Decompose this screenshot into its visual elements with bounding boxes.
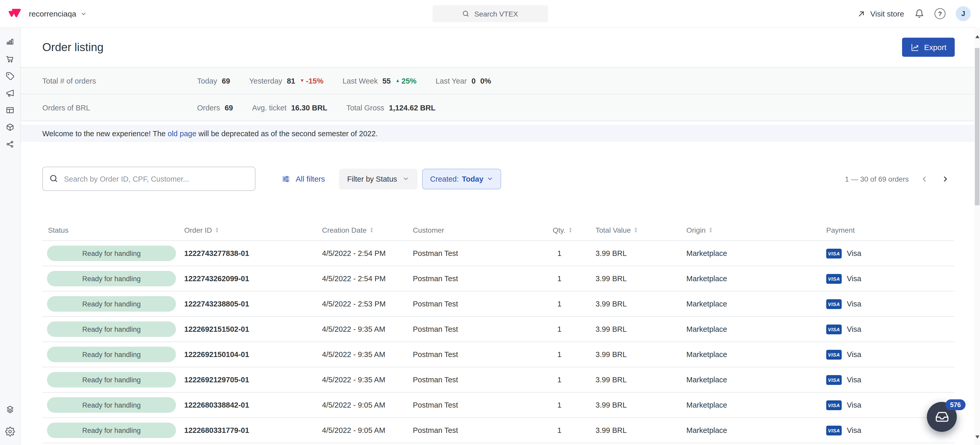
header-payment: Payment xyxy=(826,226,955,234)
sort-icon: ▲▼ xyxy=(215,227,219,233)
origin-cell: Marketplace xyxy=(686,426,826,434)
main-content: Order listing Export Total # of orders T… xyxy=(21,27,974,445)
table-row[interactable]: Ready for handling 1222680338842-01 4/5/… xyxy=(42,393,955,418)
chevron-down-icon xyxy=(403,175,409,182)
scrollbar-down-arrow-icon[interactable] xyxy=(975,435,979,439)
payment-label: Visa xyxy=(847,350,861,359)
created-filter-button[interactable]: Created: Today xyxy=(422,168,501,189)
sidebar-item-promotions[interactable] xyxy=(0,68,21,84)
pagination: 1 — 30 of 69 orders xyxy=(845,170,955,188)
search-icon xyxy=(49,174,58,183)
account-selector[interactable]: recorrenciaqa xyxy=(29,9,86,18)
total-value-cell: 3.99 BRL xyxy=(595,325,686,333)
status-badge: Ready for handling xyxy=(47,347,176,362)
tag-icon xyxy=(5,71,15,81)
banner-text-after: will be deprecated as of the second seme… xyxy=(196,129,378,138)
all-filters-button[interactable]: All filters xyxy=(281,174,325,183)
origin-cell: Marketplace xyxy=(686,376,826,384)
header-customer: Customer xyxy=(413,226,553,234)
stat-item: Last Year00% xyxy=(436,76,491,85)
qty-cell: 1 xyxy=(553,350,595,359)
total-value-cell: 3.99 BRL xyxy=(595,350,686,359)
filters-bar: All filters Filter by Status Created: To… xyxy=(21,167,974,191)
stats-items: Today69Yesterday81▼-15%Last Week55▲25%La… xyxy=(197,76,491,85)
bar-chart-icon xyxy=(5,37,15,47)
sidebar-item-catalog[interactable] xyxy=(0,119,21,136)
prev-page-button[interactable] xyxy=(915,170,934,188)
table-row[interactable]: Ready for handling 1222743277838-01 4/5/… xyxy=(42,241,955,266)
table-row[interactable]: Ready for handling 1222692151502-01 4/5/… xyxy=(42,317,955,342)
sidebar-item-apps[interactable] xyxy=(0,401,21,418)
sort-icon: ▲▼ xyxy=(709,227,713,233)
qty-cell: 1 xyxy=(553,426,595,434)
export-button[interactable]: Export xyxy=(902,38,955,57)
page-title: Order listing xyxy=(42,40,103,54)
table-row[interactable]: Ready for handling 1222692150104-01 4/5/… xyxy=(42,342,955,367)
origin-cell: Marketplace xyxy=(686,275,826,283)
table-row[interactable]: Ready for handling 1222692129705-01 4/5/… xyxy=(42,367,955,393)
order-search-input[interactable] xyxy=(42,167,255,191)
header-origin[interactable]: Origin▲▼ xyxy=(686,226,826,234)
creation-date-cell: 4/5/2022 - 9:35 AM xyxy=(322,350,413,359)
next-page-button[interactable] xyxy=(936,170,955,188)
scrollbar[interactable] xyxy=(974,27,980,445)
customer-cell: Postman Test xyxy=(413,275,553,283)
scrollbar-up-arrow-icon[interactable] xyxy=(975,35,979,38)
created-prefix: Created: xyxy=(430,175,459,183)
sidebar-item-dashboard[interactable] xyxy=(0,33,21,51)
sliders-icon xyxy=(281,174,291,183)
sidebar-item-orders[interactable] xyxy=(0,51,21,68)
sidebar-item-settings[interactable] xyxy=(0,423,21,440)
stat-item: Orders69 xyxy=(197,103,233,112)
qty-cell: 1 xyxy=(553,275,595,283)
account-name: recorrenciaqa xyxy=(29,9,76,18)
sort-icon: ▲▼ xyxy=(370,227,374,233)
header-creation-date[interactable]: Creation Date▲▼ xyxy=(322,226,413,234)
external-link-icon xyxy=(858,10,866,18)
help-icon[interactable]: ? xyxy=(935,8,945,19)
stats-row-orders-brl: Orders of BRL Orders69Avg. ticket16.30 B… xyxy=(21,94,974,121)
sidebar-item-integrations[interactable] xyxy=(0,136,21,153)
filter-by-status-button[interactable]: Filter by Status xyxy=(339,168,417,189)
sidebar-item-storefront[interactable] xyxy=(0,102,21,119)
created-value: Today xyxy=(462,175,483,183)
status-badge: Ready for handling xyxy=(47,423,176,438)
stats-label: Orders of BRL xyxy=(42,103,197,112)
export-label: Export xyxy=(924,43,947,52)
origin-cell: Marketplace xyxy=(686,350,826,359)
order-id-cell: 1222743277838-01 xyxy=(184,249,322,257)
avatar[interactable]: J xyxy=(956,6,971,21)
customer-cell: Postman Test xyxy=(413,401,553,409)
orders-table: Status Order ID▲▼ Creation Date▲▼ Custom… xyxy=(42,219,955,445)
visa-badge-icon: VISA xyxy=(826,274,842,283)
table-row[interactable]: Ready for handling 1222743238805-01 4/5/… xyxy=(42,291,955,317)
header-qty[interactable]: Qty.▲▼ xyxy=(553,226,595,234)
header-total-value[interactable]: Total Value▲▼ xyxy=(595,226,686,234)
filter-status-label: Filter by Status xyxy=(347,175,397,183)
total-value-cell: 3.99 BRL xyxy=(595,249,686,257)
total-value-cell: 3.99 BRL xyxy=(595,426,686,434)
order-id-cell: 1222743238805-01 xyxy=(184,300,322,308)
table-row[interactable]: Ready for handling 1222680331779-01 4/5/… xyxy=(42,418,955,443)
visa-badge-icon: VISA xyxy=(826,375,842,385)
table-body: Ready for handling 1222743277838-01 4/5/… xyxy=(42,241,955,445)
visa-badge-icon: VISA xyxy=(826,425,842,435)
status-badge: Ready for handling xyxy=(47,296,176,312)
all-filters-label: All filters xyxy=(296,175,325,183)
creation-date-cell: 4/5/2022 - 2:54 PM xyxy=(322,275,413,283)
table-row[interactable]: Ready for handling xyxy=(42,443,955,445)
old-page-link[interactable]: old page xyxy=(168,129,196,138)
header-order-id[interactable]: Order ID▲▼ xyxy=(184,226,322,234)
sidebar-item-marketing[interactable] xyxy=(0,84,21,102)
notifications-bell-icon[interactable] xyxy=(915,9,924,19)
pagination-range: 1 — 30 of 69 orders xyxy=(845,175,909,183)
origin-cell: Marketplace xyxy=(686,325,826,333)
table-row[interactable]: Ready for handling 1222743262099-01 4/5/… xyxy=(42,266,955,291)
visit-store-button[interactable]: Visit store xyxy=(858,9,904,18)
order-id-cell: 1222680331779-01 xyxy=(184,426,322,434)
megaphone-icon xyxy=(5,88,15,98)
origin-cell: Marketplace xyxy=(686,249,826,257)
global-search[interactable]: Search VTEX xyxy=(432,5,548,22)
vtex-logo-icon[interactable] xyxy=(8,8,22,20)
scrollbar-thumb[interactable] xyxy=(975,48,980,205)
